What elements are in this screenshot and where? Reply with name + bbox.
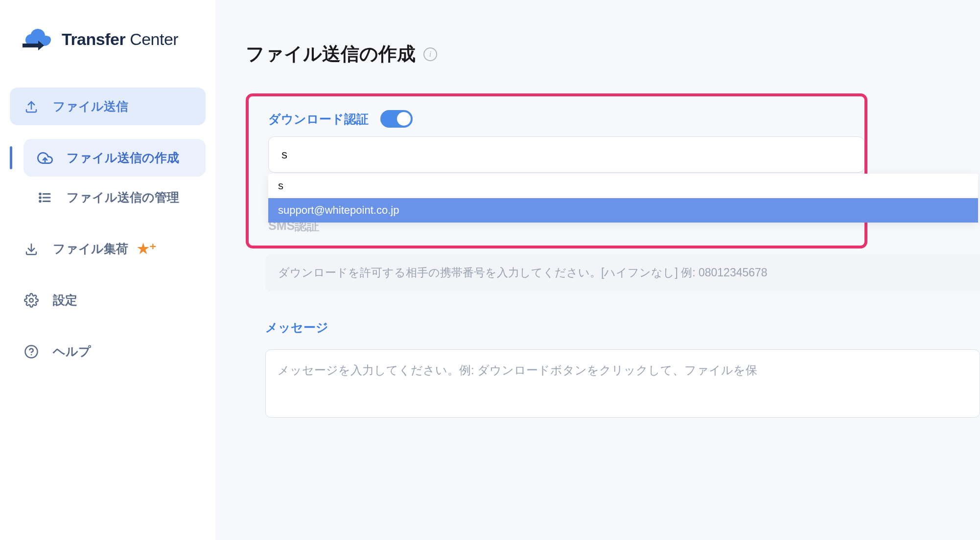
sidebar-item-label: ヘルプ bbox=[53, 343, 91, 360]
cloud-upload-icon bbox=[37, 150, 53, 166]
upload-icon bbox=[23, 99, 39, 114]
message-section: メッセージ メッセージを入力してください。例: ダウンロードボタンをクリックして… bbox=[246, 319, 980, 418]
page-title: ファイル送信の作成 bbox=[246, 42, 416, 67]
phone-input[interactable]: ダウンロードを許可する相手の携帯番号を入力してください。[ハイフンなし] 例: … bbox=[265, 254, 980, 291]
email-input[interactable] bbox=[268, 136, 864, 173]
sidebar-item-file-collect[interactable]: ファイル集荷 ★⁺ bbox=[10, 230, 206, 268]
dropdown-item-typed[interactable]: s bbox=[268, 174, 978, 198]
gear-icon bbox=[23, 292, 39, 308]
download-auth-toggle[interactable] bbox=[380, 110, 413, 128]
highlight-box: ダウンロード認証 s support@whitepoint.co.jp SMS認… bbox=[246, 93, 867, 248]
sidebar-item-label: ファイル送信の作成 bbox=[67, 150, 179, 166]
sidebar-item-manage-send[interactable]: ファイル送信の管理 bbox=[23, 179, 206, 216]
autocomplete-dropdown: s support@whitepoint.co.jp bbox=[268, 174, 978, 223]
dropdown-item-suggestion[interactable]: support@whitepoint.co.jp bbox=[268, 198, 978, 223]
download-auth-heading: ダウンロード認証 bbox=[249, 110, 864, 128]
message-textarea[interactable]: メッセージを入力してください。例: ダウンロードボタンをクリックして、ファイルを… bbox=[265, 349, 980, 418]
sidebar-item-settings[interactable]: 設定 bbox=[10, 281, 206, 319]
cloud-arrow-icon bbox=[20, 27, 54, 51]
sidebar-item-label: ファイル送信 bbox=[53, 98, 128, 114]
sidebar-item-file-send[interactable]: ファイル送信 bbox=[10, 88, 206, 125]
sparkle-icon: ★⁺ bbox=[137, 241, 157, 257]
sidebar: Transfer Center ファイル送信 ファイル送信の作成 bbox=[0, 0, 215, 540]
sidebar-item-label: 設定 bbox=[53, 292, 77, 308]
page-title-row: ファイル送信の作成 i bbox=[246, 42, 980, 67]
message-heading: メッセージ bbox=[246, 319, 980, 336]
sidebar-item-label: ファイル集荷 bbox=[53, 241, 128, 257]
logo: Transfer Center bbox=[10, 27, 206, 51]
main-content: ファイル送信の作成 i ダウンロード認証 s support@whitepoin… bbox=[215, 0, 980, 540]
download-icon bbox=[23, 241, 39, 257]
help-icon bbox=[23, 344, 39, 360]
download-auth-label: ダウンロード認証 bbox=[268, 111, 369, 127]
info-icon[interactable]: i bbox=[423, 47, 437, 61]
svg-point-6 bbox=[29, 298, 33, 302]
svg-point-4 bbox=[40, 197, 41, 198]
sidebar-item-help[interactable]: ヘルプ bbox=[10, 333, 206, 370]
svg-point-3 bbox=[40, 193, 41, 195]
svg-point-5 bbox=[40, 201, 41, 202]
sidebar-item-label: ファイル送信の管理 bbox=[67, 189, 179, 205]
list-icon bbox=[37, 190, 53, 205]
logo-text: Transfer Center bbox=[62, 30, 178, 49]
email-input-wrap: s support@whitepoint.co.jp bbox=[268, 136, 864, 173]
sidebar-item-create-send[interactable]: ファイル送信の作成 bbox=[23, 139, 206, 177]
